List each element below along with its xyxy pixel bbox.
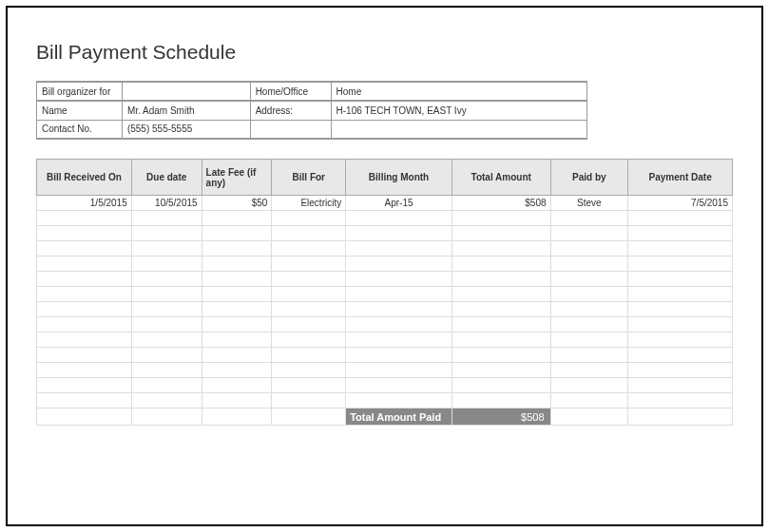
document-page: Bill Payment Schedule Bill organizer for… [6,6,763,526]
address-label: Address: [250,101,331,120]
empty-row [37,363,733,378]
cell-latefee: $50 [202,196,272,211]
empty-cell [272,408,346,426]
empty-cell [37,408,132,426]
organizer-label: Bill organizer for [37,82,123,101]
empty-row [37,287,733,302]
empty-row [37,272,733,287]
empty-cell [550,408,628,426]
cell-amount: $508 [452,196,550,211]
empty-row [37,317,733,332]
info-row-organizer: Bill organizer for Home/Office Home [37,82,587,101]
name-value: Mr. Adam Smith [122,101,250,120]
data-row: 1/5/2015 10/5/2015 $50 Electricity Apr-1… [37,196,733,211]
info-row-name: Name Mr. Adam Smith Address: H-106 TECH … [37,101,587,120]
total-label: Total Amount Paid [346,408,452,426]
cell-paidby: Steve [550,196,628,211]
cell-due: 10/5/2015 [131,196,202,211]
cell-received: 1/5/2015 [37,196,132,211]
info-table: Bill organizer for Home/Office Home Name… [36,81,587,140]
empty-row [37,332,733,348]
contact-label: Contact No. [37,120,123,139]
organizer-value [122,82,250,101]
empty-cell [331,120,586,139]
header-amount: Total Amount [452,160,550,196]
empty-cell [131,408,202,426]
total-row: Total Amount Paid $508 [37,408,733,426]
header-month: Billing Month [346,160,452,196]
info-row-contact: Contact No. (555) 555-5555 [37,120,587,139]
header-latefee: Late Fee (if any) [202,160,272,196]
empty-cell [628,408,733,426]
empty-row [37,256,733,272]
header-due: Due date [131,160,202,196]
cell-month: Apr-15 [346,196,452,211]
name-label: Name [37,101,123,120]
homeoffice-value: Home [331,82,586,101]
total-value: $508 [452,408,550,426]
empty-cell [202,408,272,426]
empty-cell [250,120,331,139]
header-paymentdate: Payment Date [628,160,733,196]
address-value: H-106 TECH TOWN, EAST Ivy [331,101,586,120]
empty-row [37,348,733,363]
empty-row [37,241,733,256]
cell-billfor: Electricity [272,196,346,211]
empty-row [37,211,733,226]
contact-value: (555) 555-5555 [122,120,250,139]
schedule-table: Bill Received On Due date Late Fee (if a… [36,159,733,426]
empty-row [37,378,733,393]
header-paidby: Paid by [550,160,628,196]
page-title: Bill Payment Schedule [36,41,733,64]
empty-row [37,226,733,241]
header-billfor: Bill For [272,160,346,196]
homeoffice-label: Home/Office [250,82,331,101]
header-received: Bill Received On [37,160,132,196]
empty-row [37,393,733,408]
cell-paymentdate: 7/5/2015 [628,196,733,211]
empty-row [37,302,733,317]
header-row: Bill Received On Due date Late Fee (if a… [37,160,733,196]
